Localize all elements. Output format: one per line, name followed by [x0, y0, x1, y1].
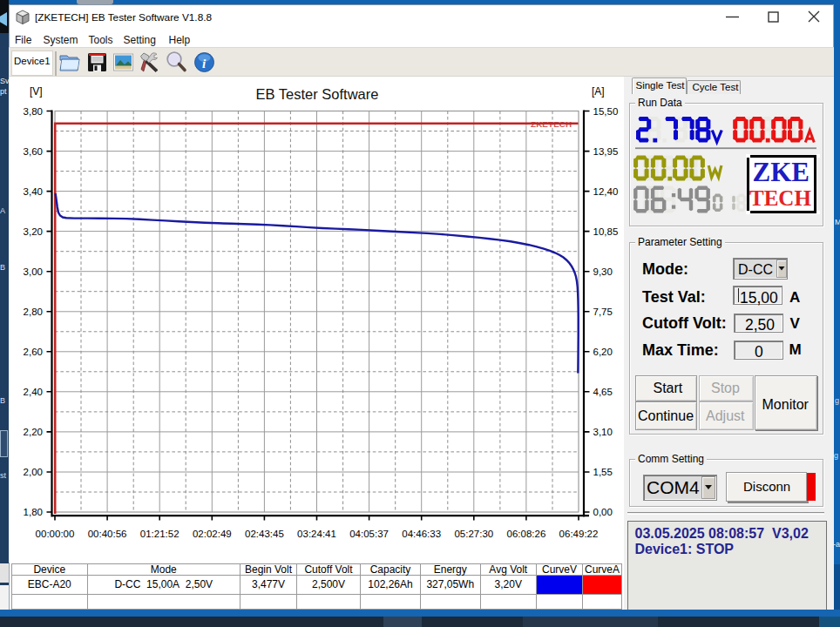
- svg-text:02:43:45: 02:43:45: [245, 529, 284, 539]
- svg-text:0,00: 0,00: [593, 507, 613, 517]
- svg-text:2,20: 2,20: [24, 427, 43, 437]
- svg-text:[A]: [A]: [592, 85, 605, 98]
- svg-text:00:40:56: 00:40:56: [88, 529, 127, 539]
- svg-text:00:00:00: 00:00:00: [36, 529, 75, 539]
- svg-text:04:46:33: 04:46:33: [402, 529, 441, 539]
- svg-text:9,30: 9,30: [593, 266, 613, 277]
- svg-text:3,10: 3,10: [593, 427, 613, 437]
- svg-text:3,80: 3,80: [24, 106, 43, 117]
- svg-text:05:27:30: 05:27:30: [454, 529, 493, 539]
- svg-text:06:08:26: 06:08:26: [507, 529, 546, 539]
- svg-text:2,80: 2,80: [24, 307, 43, 317]
- svg-text:10,85: 10,85: [593, 226, 619, 237]
- svg-text:06:49:22: 06:49:22: [559, 529, 599, 539]
- svg-text:[V]: [V]: [30, 85, 43, 98]
- svg-text:02:02:49: 02:02:49: [193, 529, 232, 539]
- svg-text:4,65: 4,65: [593, 387, 613, 397]
- svg-text:2,60: 2,60: [24, 347, 43, 357]
- svg-text:12,40: 12,40: [593, 186, 619, 197]
- svg-text:03:24:41: 03:24:41: [297, 529, 336, 539]
- svg-text:1,55: 1,55: [593, 467, 613, 477]
- svg-text:3,20: 3,20: [24, 226, 43, 237]
- svg-text:01:21:52: 01:21:52: [140, 529, 180, 539]
- svg-text:3,40: 3,40: [24, 186, 43, 197]
- svg-text:13,95: 13,95: [593, 146, 619, 157]
- svg-text:2,00: 2,00: [24, 467, 43, 477]
- svg-text:3,60: 3,60: [24, 146, 43, 157]
- svg-text:2,40: 2,40: [24, 387, 43, 397]
- svg-text:04:05:37: 04:05:37: [349, 529, 389, 539]
- svg-text:3,00: 3,00: [24, 266, 43, 277]
- svg-text:EB Tester Software: EB Tester Software: [256, 86, 379, 102]
- svg-text:6,20: 6,20: [593, 347, 613, 357]
- svg-text:15,50: 15,50: [593, 106, 619, 117]
- svg-text:1,80: 1,80: [24, 507, 43, 517]
- svg-text:7,75: 7,75: [593, 307, 613, 317]
